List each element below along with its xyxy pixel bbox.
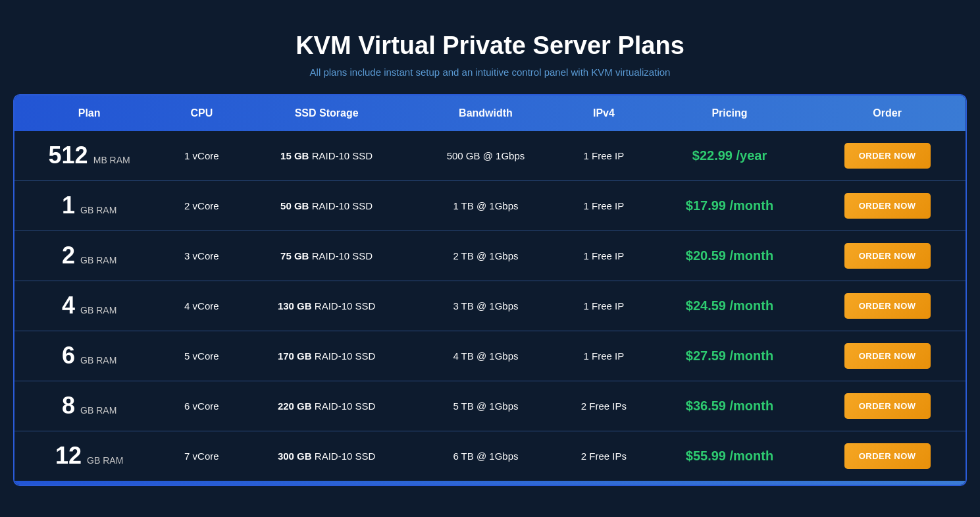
plan-cell: 1 GB RAM	[14, 180, 164, 231]
plan-cell: 512 MB RAM	[14, 131, 164, 181]
ipv4-cell: 1 Free IP	[557, 231, 650, 281]
plan-number: 512	[48, 142, 88, 169]
storage-cell: 15 GB RAID-10 SSD	[239, 131, 413, 181]
order-button[interactable]: ORDER NOW	[844, 243, 931, 269]
plan-number: 6	[62, 342, 75, 369]
order-button[interactable]: ORDER NOW	[844, 393, 931, 419]
col-bandwidth: Bandwidth	[414, 95, 557, 131]
storage-text: RAID-10 SSD	[312, 250, 373, 261]
table-header-row: Plan CPU SSD Storage Bandwidth IPv4 Pric…	[14, 95, 966, 131]
price-cell: $20.59 /month	[650, 231, 810, 281]
plan-unit: GB RAM	[87, 455, 123, 466]
order-button[interactable]: ORDER NOW	[844, 193, 931, 219]
plan-number: 4	[62, 292, 75, 319]
price-cell: $55.99 /month	[650, 431, 810, 481]
ipv4-cell: 2 Free IPs	[557, 381, 650, 431]
plan-unit: MB RAM	[93, 155, 130, 165]
col-ipv4: IPv4	[557, 95, 650, 131]
cpu-cell: 4 vCore	[164, 281, 239, 331]
plan-unit: GB RAM	[80, 305, 116, 315]
price-cell: $17.99 /month	[650, 180, 810, 231]
bandwidth-cell: 1 TB @ 1Gbps	[414, 180, 557, 231]
order-cell: ORDER NOW	[809, 331, 966, 381]
ipv4-cell: 1 Free IP	[557, 281, 650, 331]
ipv4-cell: 1 Free IP	[557, 331, 650, 381]
bandwidth-cell: 2 TB @ 1Gbps	[414, 231, 557, 281]
storage-cell: 220 GB RAID-10 SSD	[239, 381, 413, 431]
table-row: 512 MB RAM 1 vCore 15 GB RAID-10 SSD 500…	[14, 131, 966, 181]
storage-cell: 75 GB RAID-10 SSD	[239, 231, 413, 281]
plan-cell: 12 GB RAM	[14, 431, 164, 481]
order-button[interactable]: ORDER NOW	[844, 343, 931, 369]
cpu-cell: 5 vCore	[164, 331, 239, 381]
storage-text: RAID-10 SSD	[312, 200, 373, 211]
col-pricing: Pricing	[650, 95, 810, 131]
table-row: 4 GB RAM 4 vCore 130 GB RAID-10 SSD 3 TB…	[14, 281, 966, 331]
bandwidth-cell: 500 GB @ 1Gbps	[414, 131, 557, 181]
cpu-cell: 6 vCore	[164, 381, 239, 431]
storage-gb: 300 GB	[278, 450, 312, 462]
main-container: KVM Virtual Private Server Plans All pla…	[13, 32, 967, 486]
plan-unit: GB RAM	[80, 255, 116, 265]
table-bottom-bar	[14, 481, 966, 485]
col-cpu: CPU	[164, 95, 239, 131]
storage-gb: 15 GB	[280, 150, 309, 161]
storage-text: RAID-10 SSD	[315, 400, 376, 412]
order-button[interactable]: ORDER NOW	[844, 443, 931, 469]
order-cell: ORDER NOW	[809, 281, 966, 331]
plan-cell: 6 GB RAM	[14, 331, 164, 381]
order-cell: ORDER NOW	[809, 231, 966, 281]
order-button[interactable]: ORDER NOW	[844, 143, 931, 169]
col-plan: Plan	[14, 95, 164, 131]
page-title: KVM Virtual Private Server Plans	[13, 32, 967, 60]
cpu-cell: 7 vCore	[164, 431, 239, 481]
storage-cell: 300 GB RAID-10 SSD	[239, 431, 413, 481]
order-cell: ORDER NOW	[809, 431, 966, 481]
ipv4-cell: 2 Free IPs	[557, 431, 650, 481]
page-subtitle: All plans include instant setup and an i…	[13, 67, 967, 78]
cpu-cell: 1 vCore	[164, 131, 239, 181]
plan-number: 1	[62, 192, 75, 219]
table-row: 8 GB RAM 6 vCore 220 GB RAID-10 SSD 5 TB…	[14, 381, 966, 431]
pricing-table: Plan CPU SSD Storage Bandwidth IPv4 Pric…	[14, 95, 966, 481]
table-row: 2 GB RAM 3 vCore 75 GB RAID-10 SSD 2 TB …	[14, 231, 966, 281]
table-row: 1 GB RAM 2 vCore 50 GB RAID-10 SSD 1 TB …	[14, 180, 966, 231]
price-cell: $36.59 /month	[650, 381, 810, 431]
storage-text: RAID-10 SSD	[315, 300, 376, 312]
price-cell: $27.59 /month	[650, 331, 810, 381]
plan-number: 8	[62, 392, 75, 419]
storage-text: RAID-10 SSD	[315, 350, 376, 362]
storage-cell: 170 GB RAID-10 SSD	[239, 331, 413, 381]
bandwidth-cell: 4 TB @ 1Gbps	[414, 331, 557, 381]
ipv4-cell: 1 Free IP	[557, 131, 650, 181]
storage-gb: 220 GB	[278, 400, 312, 412]
order-button[interactable]: ORDER NOW	[844, 293, 931, 319]
bandwidth-cell: 5 TB @ 1Gbps	[414, 381, 557, 431]
storage-gb: 130 GB	[278, 300, 312, 312]
ipv4-cell: 1 Free IP	[557, 180, 650, 231]
plan-unit: GB RAM	[80, 205, 116, 215]
storage-text: RAID-10 SSD	[312, 150, 373, 161]
col-storage: SSD Storage	[239, 95, 413, 131]
order-cell: ORDER NOW	[809, 180, 966, 231]
plan-number: 12	[55, 442, 82, 469]
plan-cell: 2 GB RAM	[14, 231, 164, 281]
table-row: 6 GB RAM 5 vCore 170 GB RAID-10 SSD 4 TB…	[14, 331, 966, 381]
plan-unit: GB RAM	[80, 355, 116, 366]
plan-number: 2	[62, 242, 75, 269]
order-cell: ORDER NOW	[809, 131, 966, 181]
bandwidth-cell: 3 TB @ 1Gbps	[414, 281, 557, 331]
storage-gb: 50 GB	[280, 200, 309, 211]
plan-cell: 4 GB RAM	[14, 281, 164, 331]
storage-gb: 170 GB	[278, 350, 312, 362]
pricing-table-wrapper: Plan CPU SSD Storage Bandwidth IPv4 Pric…	[13, 94, 967, 486]
table-row: 12 GB RAM 7 vCore 300 GB RAID-10 SSD 6 T…	[14, 431, 966, 481]
price-cell: $22.99 /year	[650, 131, 810, 181]
price-cell: $24.59 /month	[650, 281, 810, 331]
bandwidth-cell: 6 TB @ 1Gbps	[414, 431, 557, 481]
col-order: Order	[809, 95, 966, 131]
plan-unit: GB RAM	[80, 405, 116, 416]
plan-cell: 8 GB RAM	[14, 381, 164, 431]
storage-gb: 75 GB	[280, 250, 309, 261]
storage-cell: 130 GB RAID-10 SSD	[239, 281, 413, 331]
